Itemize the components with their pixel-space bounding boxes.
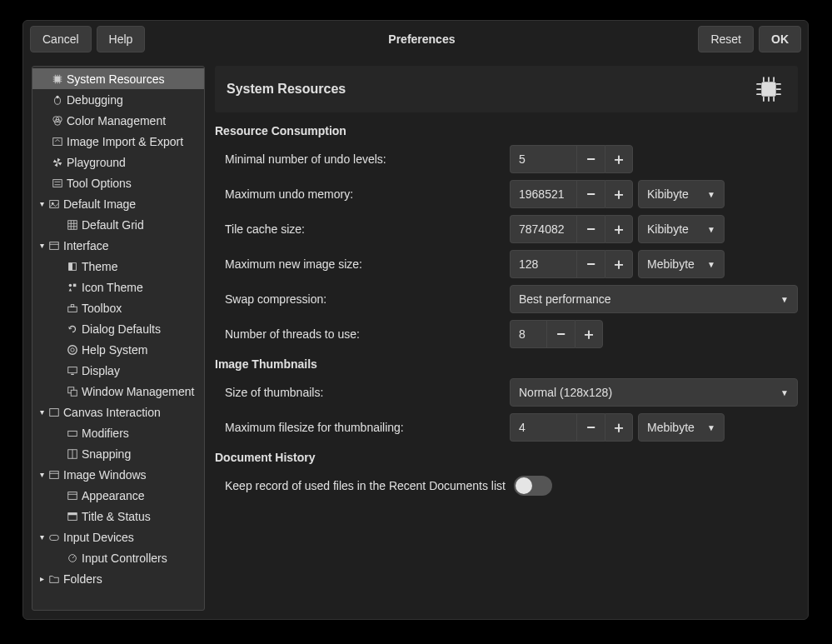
- sidebar-item-tool-options[interactable]: Tool Options: [32, 172, 204, 193]
- label-max-new-image: Maximum new image size:: [215, 257, 510, 271]
- svg-rect-43: [71, 390, 77, 396]
- spin-max-new-image: − ＋: [510, 250, 633, 278]
- chevron-down-icon[interactable]: ▾: [36, 470, 47, 479]
- section-resource-consumption: Resource Consumption: [215, 124, 798, 137]
- sidebar-item-debugging[interactable]: Debugging: [32, 89, 204, 110]
- keep-recent-toggle[interactable]: [514, 476, 552, 496]
- svg-rect-34: [73, 283, 77, 287]
- swap-compression-dropdown[interactable]: Best performance ▼: [510, 285, 798, 313]
- sidebar-item-label: Snapping: [82, 447, 131, 461]
- undo-memory-input[interactable]: [510, 180, 576, 208]
- minus-button[interactable]: −: [576, 145, 605, 173]
- sidebar-item-help-system[interactable]: Help System: [32, 339, 204, 360]
- reset-button[interactable]: Reset: [698, 26, 754, 52]
- label-tile-cache: Tile cache size:: [215, 222, 510, 236]
- plus-button[interactable]: ＋: [575, 320, 603, 348]
- sidebar-item-label: Input Devices: [63, 531, 134, 544]
- sidebar-item-default-image[interactable]: ▾ Default Image: [32, 193, 204, 214]
- row-swap-compression: Swap compression: Best performance ▼: [215, 284, 798, 314]
- sidebar-item-title-status[interactable]: Title & Status: [32, 506, 204, 527]
- minus-button[interactable]: −: [546, 320, 575, 348]
- svg-rect-48: [50, 471, 59, 478]
- sidebar-item-system-resources[interactable]: System Resources: [32, 68, 204, 89]
- svg-point-38: [68, 345, 77, 354]
- category-tree[interactable]: System Resources Debugging Color Managem…: [32, 66, 205, 611]
- sidebar-item-label: Tool Options: [67, 177, 132, 190]
- sidebar-item-modifiers[interactable]: Modifiers: [32, 422, 204, 443]
- plus-button[interactable]: ＋: [605, 145, 633, 173]
- sidebar-item-folders[interactable]: ▸ Folders: [32, 568, 204, 589]
- thumb-max-filesize-unit-dropdown[interactable]: Mebibyte ▼: [638, 413, 725, 442]
- max-new-image-input[interactable]: [510, 250, 576, 278]
- svg-rect-19: [53, 179, 62, 187]
- chevron-down-icon[interactable]: ▾: [36, 241, 47, 250]
- sidebar-item-default-grid[interactable]: Default Grid: [32, 214, 204, 235]
- svg-line-56: [72, 556, 75, 558]
- svg-rect-22: [50, 200, 59, 207]
- chevron-down-icon[interactable]: ▾: [36, 532, 47, 542]
- spin-undo-memory: − ＋: [510, 180, 633, 208]
- chevron-down-icon: ▼: [707, 423, 715, 432]
- svg-rect-32: [69, 262, 72, 270]
- sidebar-item-dialog-defaults[interactable]: Dialog Defaults: [32, 318, 204, 339]
- pinwheel-icon: [51, 156, 64, 169]
- sidebar-item-label: Playground: [67, 156, 126, 169]
- sidebar-item-interface[interactable]: ▾ Interface: [32, 235, 204, 256]
- ok-button[interactable]: OK: [759, 26, 801, 52]
- plus-button[interactable]: ＋: [605, 180, 633, 208]
- thumb-max-filesize-input[interactable]: [510, 413, 576, 442]
- sidebar-item-image-import-export[interactable]: Image Import & Export: [32, 131, 204, 152]
- label-thumb-max-filesize: Maximum filesize for thumbnailing:: [215, 421, 510, 434]
- sidebar-item-toolbox[interactable]: Toolbox: [32, 297, 204, 318]
- plus-button[interactable]: ＋: [605, 413, 633, 442]
- cancel-button[interactable]: Cancel: [30, 26, 92, 52]
- sidebar-item-window-management[interactable]: Window Management: [32, 381, 204, 402]
- sidebar-item-playground[interactable]: Playground: [32, 152, 204, 172]
- minus-button[interactable]: −: [576, 180, 605, 208]
- sidebar-item-input-controllers[interactable]: Input Controllers: [32, 547, 204, 568]
- sidebar-item-image-windows[interactable]: ▾ Image Windows: [32, 464, 204, 485]
- sidebar-item-canvas-interaction[interactable]: ▾ Canvas Interaction: [32, 402, 204, 422]
- label-undo-levels: Minimal number of undo levels:: [215, 152, 510, 166]
- row-thumb-size: Size of thumbnails: Normal (128x128) ▼: [215, 377, 798, 407]
- sidebar-item-theme[interactable]: Theme: [32, 256, 204, 277]
- sidebar-item-color-management[interactable]: Color Management: [32, 110, 204, 131]
- tile-cache-unit-dropdown[interactable]: Kibibyte ▼: [638, 215, 725, 243]
- minus-button[interactable]: −: [576, 413, 605, 442]
- help-button[interactable]: Help: [97, 26, 146, 52]
- plus-button[interactable]: ＋: [605, 215, 633, 243]
- chevron-right-icon[interactable]: ▸: [36, 574, 47, 583]
- sidebar-item-label: System Resources: [67, 72, 164, 86]
- max-new-image-unit-dropdown[interactable]: Mebibyte ▼: [638, 250, 725, 278]
- svg-rect-50: [68, 492, 77, 499]
- svg-rect-37: [71, 304, 74, 307]
- undo-levels-input[interactable]: [510, 145, 576, 173]
- chevron-down-icon[interactable]: ▾: [36, 407, 47, 417]
- preferences-dialog: Cancel Help Preferences Reset OK System …: [22, 20, 809, 620]
- minus-button[interactable]: −: [576, 215, 605, 243]
- svg-rect-54: [50, 535, 59, 540]
- color-circles-icon: [51, 114, 64, 127]
- plus-button[interactable]: ＋: [605, 250, 633, 278]
- sidebar-item-input-devices[interactable]: ▾ Input Devices: [32, 527, 204, 547]
- tile-cache-input[interactable]: [510, 215, 576, 243]
- sidebar-item-icon-theme[interactable]: Icon Theme: [32, 277, 204, 297]
- dial-icon: [66, 552, 79, 565]
- panel-header: System Resources: [215, 66, 798, 112]
- minus-button[interactable]: −: [576, 250, 605, 278]
- chevron-down-icon[interactable]: ▾: [36, 199, 47, 208]
- row-undo-memory: Maximum undo memory: − ＋ Kibibyte ▼: [215, 179, 798, 209]
- threads-input[interactable]: [510, 320, 546, 348]
- sidebar-item-label: Display: [82, 364, 120, 377]
- row-threads: Number of threads to use: − ＋: [215, 319, 798, 349]
- redo-icon: [66, 322, 79, 336]
- sidebar-item-snapping[interactable]: Snapping: [32, 443, 204, 464]
- panel-title: System Resources: [227, 82, 751, 97]
- row-undo-levels: Minimal number of undo levels: − ＋: [215, 144, 798, 174]
- window-icon: [47, 239, 61, 252]
- undo-memory-unit-dropdown[interactable]: Kibibyte ▼: [638, 180, 725, 208]
- sidebar-item-appearance[interactable]: Appearance: [32, 485, 204, 506]
- sidebar-item-label: Help System: [82, 343, 147, 357]
- thumb-size-dropdown[interactable]: Normal (128x128) ▼: [510, 378, 798, 407]
- sidebar-item-display[interactable]: Display: [32, 360, 204, 381]
